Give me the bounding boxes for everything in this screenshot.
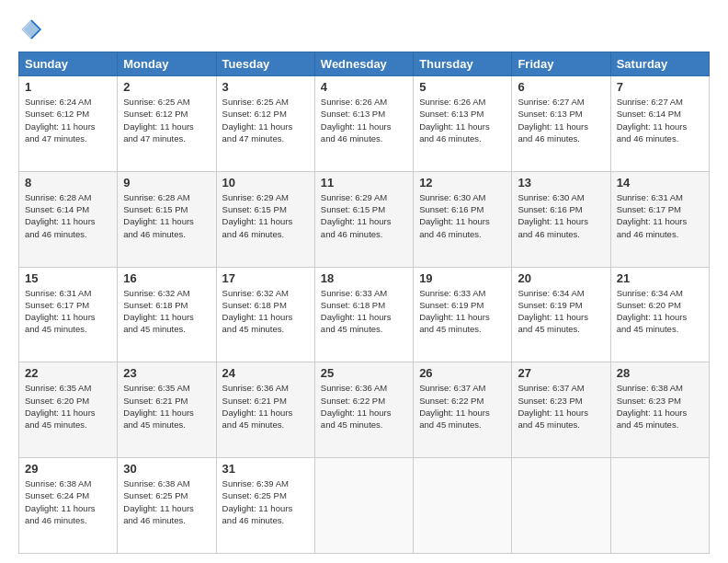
day-number: 5 [419,80,506,94]
day-cell: 28Sunrise: 6:38 AMSunset: 6:23 PMDayligh… [610,362,709,458]
logo-icon [18,17,44,42]
day-info: Sunrise: 6:34 AMSunset: 6:19 PMDaylight:… [518,287,604,336]
day-info: Sunrise: 6:37 AMSunset: 6:23 PMDaylight:… [518,382,604,431]
day-number: 7 [617,80,703,94]
day-cell: 25Sunrise: 6:36 AMSunset: 6:22 PMDayligh… [314,362,413,458]
day-info: Sunrise: 6:28 AMSunset: 6:15 PMDaylight:… [123,191,210,240]
col-header-friday: Friday [512,52,610,76]
day-info: Sunrise: 6:26 AMSunset: 6:13 PMDaylight:… [321,96,407,144]
day-number: 2 [123,80,210,94]
day-cell: 20Sunrise: 6:34 AMSunset: 6:19 PMDayligh… [512,267,610,362]
day-info: Sunrise: 6:25 AMSunset: 6:12 PMDaylight:… [123,96,210,144]
day-number: 31 [222,462,309,476]
day-info: Sunrise: 6:25 AMSunset: 6:12 PMDaylight:… [222,96,309,144]
day-info: Sunrise: 6:38 AMSunset: 6:23 PMDaylight:… [617,382,703,431]
header-row: SundayMondayTuesdayWednesdayThursdayFrid… [19,52,710,76]
day-cell [512,458,610,554]
day-info: Sunrise: 6:34 AMSunset: 6:20 PMDaylight:… [617,287,703,336]
day-cell: 14Sunrise: 6:31 AMSunset: 6:17 PMDayligh… [610,171,709,267]
day-number: 14 [617,176,703,190]
day-cell: 29Sunrise: 6:38 AMSunset: 6:24 PMDayligh… [19,458,118,554]
day-cell [610,458,709,554]
day-cell [414,458,512,554]
day-cell: 4Sunrise: 6:26 AMSunset: 6:13 PMDaylight… [314,76,413,172]
day-number: 23 [123,366,210,380]
day-cell: 12Sunrise: 6:30 AMSunset: 6:16 PMDayligh… [414,171,512,267]
day-number: 3 [222,80,309,94]
day-number: 25 [321,366,407,380]
day-cell: 7Sunrise: 6:27 AMSunset: 6:14 PMDaylight… [610,76,709,172]
day-info: Sunrise: 6:27 AMSunset: 6:13 PMDaylight:… [518,96,604,144]
day-cell: 23Sunrise: 6:35 AMSunset: 6:21 PMDayligh… [118,362,216,458]
day-number: 30 [123,462,210,476]
day-number: 18 [321,271,407,285]
day-cell: 5Sunrise: 6:26 AMSunset: 6:13 PMDaylight… [414,76,512,172]
day-cell: 3Sunrise: 6:25 AMSunset: 6:12 PMDaylight… [216,76,314,172]
day-cell: 22Sunrise: 6:35 AMSunset: 6:20 PMDayligh… [19,362,118,458]
col-header-saturday: Saturday [610,52,709,76]
day-info: Sunrise: 6:32 AMSunset: 6:18 PMDaylight:… [123,287,210,336]
col-header-wednesday: Wednesday [314,52,413,76]
day-cell: 24Sunrise: 6:36 AMSunset: 6:21 PMDayligh… [216,362,314,458]
header [18,17,710,42]
day-number: 20 [518,271,604,285]
day-cell: 10Sunrise: 6:29 AMSunset: 6:15 PMDayligh… [216,171,314,267]
day-info: Sunrise: 6:30 AMSunset: 6:16 PMDaylight:… [419,191,506,240]
week-row-2: 8Sunrise: 6:28 AMSunset: 6:14 PMDaylight… [19,171,710,267]
day-info: Sunrise: 6:32 AMSunset: 6:18 PMDaylight:… [222,287,309,336]
day-info: Sunrise: 6:33 AMSunset: 6:18 PMDaylight:… [321,287,407,336]
day-info: Sunrise: 6:38 AMSunset: 6:25 PMDaylight:… [123,477,210,526]
day-number: 17 [222,271,309,285]
day-number: 1 [25,80,111,94]
col-header-monday: Monday [118,52,216,76]
day-cell: 27Sunrise: 6:37 AMSunset: 6:23 PMDayligh… [512,362,610,458]
day-number: 24 [222,366,309,380]
day-cell: 16Sunrise: 6:32 AMSunset: 6:18 PMDayligh… [118,267,216,362]
logo [18,17,48,42]
day-cell [314,458,413,554]
day-number: 9 [123,176,210,190]
day-info: Sunrise: 6:33 AMSunset: 6:19 PMDaylight:… [419,287,506,336]
day-cell: 30Sunrise: 6:38 AMSunset: 6:25 PMDayligh… [118,458,216,554]
day-cell: 2Sunrise: 6:25 AMSunset: 6:12 PMDaylight… [118,76,216,172]
day-info: Sunrise: 6:24 AMSunset: 6:12 PMDaylight:… [25,96,111,144]
col-header-thursday: Thursday [414,52,512,76]
day-number: 22 [25,366,111,380]
day-cell: 21Sunrise: 6:34 AMSunset: 6:20 PMDayligh… [610,267,709,362]
day-info: Sunrise: 6:26 AMSunset: 6:13 PMDaylight:… [419,96,506,144]
day-number: 27 [518,366,604,380]
day-cell: 31Sunrise: 6:39 AMSunset: 6:25 PMDayligh… [216,458,314,554]
day-cell: 19Sunrise: 6:33 AMSunset: 6:19 PMDayligh… [414,267,512,362]
day-cell: 15Sunrise: 6:31 AMSunset: 6:17 PMDayligh… [19,267,118,362]
day-info: Sunrise: 6:35 AMSunset: 6:21 PMDaylight:… [123,382,210,431]
day-cell: 13Sunrise: 6:30 AMSunset: 6:16 PMDayligh… [512,171,610,267]
day-info: Sunrise: 6:29 AMSunset: 6:15 PMDaylight:… [321,191,407,240]
day-number: 26 [419,366,506,380]
week-row-3: 15Sunrise: 6:31 AMSunset: 6:17 PMDayligh… [19,267,710,362]
day-info: Sunrise: 6:30 AMSunset: 6:16 PMDaylight:… [518,191,604,240]
day-number: 6 [518,80,604,94]
day-info: Sunrise: 6:35 AMSunset: 6:20 PMDaylight:… [25,382,111,431]
day-info: Sunrise: 6:36 AMSunset: 6:21 PMDaylight:… [222,382,309,431]
day-info: Sunrise: 6:36 AMSunset: 6:22 PMDaylight:… [321,382,407,431]
day-cell: 8Sunrise: 6:28 AMSunset: 6:14 PMDaylight… [19,171,118,267]
day-info: Sunrise: 6:38 AMSunset: 6:24 PMDaylight:… [25,477,111,526]
day-number: 4 [321,80,407,94]
day-cell: 17Sunrise: 6:32 AMSunset: 6:18 PMDayligh… [216,267,314,362]
day-number: 8 [25,176,111,190]
day-number: 15 [25,271,111,285]
day-info: Sunrise: 6:39 AMSunset: 6:25 PMDaylight:… [222,477,309,526]
day-info: Sunrise: 6:31 AMSunset: 6:17 PMDaylight:… [25,287,111,336]
day-number: 28 [617,366,703,380]
day-number: 13 [518,176,604,190]
day-info: Sunrise: 6:28 AMSunset: 6:14 PMDaylight:… [25,191,111,240]
week-row-5: 29Sunrise: 6:38 AMSunset: 6:24 PMDayligh… [19,458,710,554]
calendar: SundayMondayTuesdayWednesdayThursdayFrid… [18,52,710,554]
svg-marker-1 [24,22,40,38]
day-cell: 1Sunrise: 6:24 AMSunset: 6:12 PMDaylight… [19,76,118,172]
col-header-tuesday: Tuesday [216,52,314,76]
day-number: 19 [419,271,506,285]
day-number: 10 [222,176,309,190]
day-number: 11 [321,176,407,190]
col-header-sunday: Sunday [19,52,118,76]
